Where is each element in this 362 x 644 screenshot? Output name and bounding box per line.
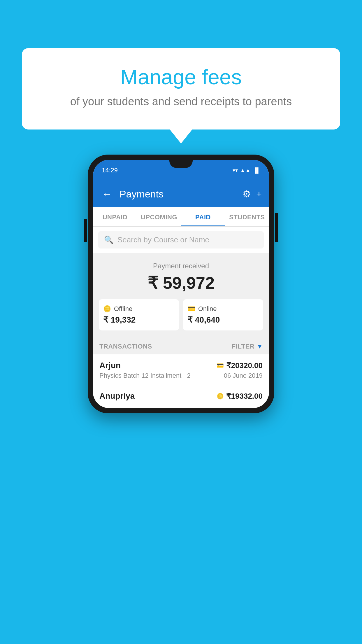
phone-wrapper: 14:29 ▾▾ ▲▲ ▐▌ ← Payments ⚙ + UNPAI <box>88 155 274 413</box>
payment-cards: 🪙 Offline ₹ 19,332 💳 Online ₹ 40,640 <box>99 299 263 330</box>
status-bar: 14:29 ▾▾ ▲▲ ▐▌ <box>93 160 269 181</box>
speech-bubble: Manage fees of your students and send re… <box>22 48 340 130</box>
transactions-header: TRANSACTIONS FILTER ▼ <box>93 337 269 354</box>
transaction-name: Arjun <box>99 361 121 370</box>
transaction-row-top-2: Anupriya 🪙 ₹19332.00 <box>99 391 263 401</box>
online-card-header: 💳 Online <box>187 305 259 313</box>
filter-icon: ▼ <box>257 343 263 350</box>
filter-button[interactable]: FILTER ▼ <box>232 343 263 350</box>
tab-students[interactable]: STUDENTS <box>225 207 269 226</box>
app-title: Payments <box>120 188 237 200</box>
offline-card-header: 🪙 Offline <box>103 305 175 313</box>
transaction-amount: ₹20320.00 <box>226 361 263 370</box>
bubble-title: Manage fees <box>36 66 326 89</box>
online-amount: ₹ 40,640 <box>187 315 259 325</box>
transaction-amount-wrap: 💳 ₹20320.00 <box>217 361 263 370</box>
back-button[interactable]: ← <box>100 186 114 202</box>
phone-screen: 14:29 ▾▾ ▲▲ ▐▌ ← Payments ⚙ + UNPAI <box>93 160 269 408</box>
transaction-row-top: Arjun 💳 ₹20320.00 <box>99 361 263 370</box>
app-bar: ← Payments ⚙ + <box>93 181 269 207</box>
transaction-amount-2: ₹19332.00 <box>226 392 263 401</box>
battery-icon: ▐▌ <box>253 167 260 174</box>
app-bar-icons: ⚙ + <box>242 188 262 200</box>
offline-card: 🪙 Offline ₹ 19,332 <box>99 299 179 330</box>
payment-received-label: Payment received <box>99 262 263 270</box>
transaction-course: Physics Batch 12 Installment - 2 <box>99 372 191 379</box>
tab-paid[interactable]: PAID <box>181 207 225 226</box>
offline-amount: ₹ 19,332 <box>103 315 175 325</box>
payment-type-icon: 💳 <box>217 362 224 369</box>
transactions-label: TRANSACTIONS <box>99 343 152 350</box>
payment-type-icon-2: 🪙 <box>217 393 224 400</box>
transaction-name-2: Anupriya <box>99 391 135 401</box>
transaction-item-anupriya[interactable]: Anupriya 🪙 ₹19332.00 <box>93 385 269 408</box>
notch-cutout <box>169 160 193 168</box>
signal-icon: ▲▲ <box>240 167 251 174</box>
online-label: Online <box>198 305 217 313</box>
transaction-item-arjun[interactable]: Arjun 💳 ₹20320.00 Physics Batch 12 Insta… <box>93 354 269 385</box>
tab-upcoming[interactable]: UPCOMING <box>137 207 181 226</box>
settings-icon[interactable]: ⚙ <box>242 188 251 200</box>
wifi-icon: ▾▾ <box>233 167 238 174</box>
tabs-bar: UNPAID UPCOMING PAID STUDENTS <box>93 207 269 227</box>
bubble-subtitle: of your students and send receipts to pa… <box>36 94 326 109</box>
offline-icon: 🪙 <box>103 305 111 313</box>
transaction-row-bottom: Physics Batch 12 Installment - 2 06 June… <box>99 372 263 379</box>
transaction-amount-wrap-2: 🪙 ₹19332.00 <box>217 392 263 401</box>
search-icon: 🔍 <box>104 235 113 244</box>
add-icon[interactable]: + <box>256 189 262 200</box>
status-time: 14:29 <box>102 167 118 174</box>
tab-unpaid[interactable]: UNPAID <box>93 207 137 226</box>
phone-outer: 14:29 ▾▾ ▲▲ ▐▌ ← Payments ⚙ + UNPAI <box>88 155 274 413</box>
payment-summary: Payment received ₹ 59,972 🪙 Offline ₹ 19… <box>93 253 269 337</box>
search-input[interactable]: Search by Course or Name <box>117 235 209 244</box>
search-box[interactable]: 🔍 Search by Course or Name <box>98 231 264 249</box>
online-card: 💳 Online ₹ 40,640 <box>183 299 263 330</box>
online-icon: 💳 <box>187 305 195 313</box>
payment-total-amount: ₹ 59,972 <box>99 273 263 293</box>
search-container: 🔍 Search by Course or Name <box>93 227 269 253</box>
offline-label: Offline <box>114 305 132 313</box>
transaction-date: 06 June 2019 <box>224 372 263 379</box>
status-icons: ▾▾ ▲▲ ▐▌ <box>233 167 260 174</box>
filter-label: FILTER <box>232 343 254 350</box>
